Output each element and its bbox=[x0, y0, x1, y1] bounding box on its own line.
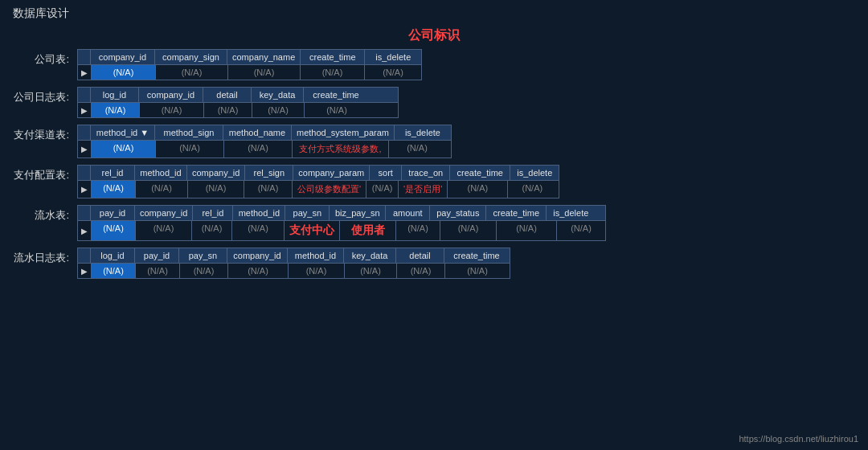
page-title: 数据库设计 bbox=[0, 0, 868, 27]
table-row-0: 公司表:company_idcompany_signcompany_namecr… bbox=[13, 49, 855, 80]
col-body-2-4: (N/A) bbox=[389, 141, 445, 158]
col-header-3-5: sort bbox=[370, 166, 402, 180]
arrow-body-1: ▶ bbox=[78, 103, 92, 117]
table-label-5: 流水日志表: bbox=[13, 248, 77, 265]
col-header-3-3: rel_sign bbox=[245, 166, 293, 180]
col-header-5-6: detail bbox=[396, 248, 444, 263]
col-body-1-4: (N/A) bbox=[305, 103, 369, 117]
col-header-0-2: company_name bbox=[227, 50, 301, 64]
col-header-0-4: is_delete bbox=[365, 50, 421, 64]
col-body-4-3: (N/A) bbox=[232, 221, 285, 240]
col-header-4-2: rel_id bbox=[193, 206, 233, 220]
col-header-5-4: method_id bbox=[288, 248, 344, 263]
col-body-1-0: (N/A) bbox=[92, 103, 140, 117]
arrow-body-4: ▶ bbox=[78, 221, 92, 240]
col-header-1-1: company_id bbox=[139, 88, 203, 102]
col-body-3-4: 公司级参数配置' bbox=[293, 181, 366, 198]
col-body-3-1: (N/A) bbox=[136, 181, 188, 198]
col-body-3-5: (N/A) bbox=[366, 181, 399, 198]
section-title: 公司标识 bbox=[13, 27, 855, 44]
col-body-0-2: (N/A) bbox=[228, 65, 301, 80]
col-header-4-7: pay_status bbox=[430, 206, 486, 220]
col-header-4-4: pay_sn bbox=[285, 206, 330, 220]
table-row-5: 流水日志表:log_idpay_idpay_sncompany_idmethod… bbox=[13, 248, 855, 279]
db-table-3: rel_idmethod_idcompany_idrel_signcompany… bbox=[77, 165, 559, 198]
db-table-5: log_idpay_idpay_sncompany_idmethod_idkey… bbox=[77, 248, 510, 279]
col-header-2-4: is_delete bbox=[395, 125, 451, 140]
col-body-1-2: (N/A) bbox=[204, 103, 252, 117]
table-label-0: 公司表: bbox=[13, 49, 77, 67]
col-body-4-8: (N/A) bbox=[497, 221, 557, 240]
arrow-header-4 bbox=[78, 206, 91, 220]
col-header-5-0: log_id bbox=[91, 248, 135, 263]
arrow-header-1 bbox=[78, 88, 91, 102]
arrow-body-5: ▶ bbox=[78, 264, 92, 278]
arrow-header-3 bbox=[78, 166, 91, 180]
col-body-5-1: (N/A) bbox=[136, 264, 180, 278]
arrow-header-0 bbox=[78, 50, 91, 64]
col-body-4-0: (N/A) bbox=[92, 221, 136, 240]
col-body-5-3: (N/A) bbox=[228, 264, 289, 278]
arrow-body-0: ▶ bbox=[78, 65, 92, 80]
col-body-2-0: (N/A) bbox=[92, 141, 156, 158]
col-header-2-3: method_system_param bbox=[292, 125, 395, 140]
col-body-1-1: (N/A) bbox=[140, 103, 204, 117]
col-body-0-0: (N/A) bbox=[92, 65, 156, 80]
col-header-5-7: create_time bbox=[444, 248, 509, 263]
col-header-4-5: biz_pay_sn bbox=[330, 206, 386, 220]
main-content: 公司标识 公司表:company_idcompany_signcompany_n… bbox=[0, 27, 868, 279]
col-body-3-7: (N/A) bbox=[448, 181, 508, 198]
table-row-1: 公司日志表:log_idcompany_iddetailkey_datacrea… bbox=[13, 87, 855, 118]
col-header-5-1: pay_id bbox=[135, 248, 179, 263]
db-table-1: log_idcompany_iddetailkey_datacreate_tim… bbox=[77, 87, 399, 118]
col-body-2-2: (N/A) bbox=[224, 141, 293, 158]
col-header-4-6: amount bbox=[386, 206, 430, 220]
col-header-4-1: company_id bbox=[135, 206, 193, 220]
col-body-5-5: (N/A) bbox=[345, 264, 397, 278]
arrow-header-2 bbox=[78, 125, 91, 140]
col-header-1-3: key_data bbox=[252, 88, 304, 102]
col-header-3-7: create_time bbox=[450, 166, 510, 180]
col-header-3-0: rel_id bbox=[91, 166, 135, 180]
col-body-3-2: (N/A) bbox=[188, 181, 244, 198]
col-body-3-0: (N/A) bbox=[92, 181, 136, 198]
db-table-4: pay_idcompany_idrel_idmethod_idpay_snbiz… bbox=[77, 205, 606, 241]
col-body-4-2: (N/A) bbox=[192, 221, 232, 240]
col-header-4-3: method_id bbox=[233, 206, 285, 220]
col-body-0-1: (N/A) bbox=[156, 65, 228, 80]
col-body-1-3: (N/A) bbox=[252, 103, 305, 117]
col-header-1-4: create_time bbox=[304, 88, 368, 102]
col-body-5-4: (N/A) bbox=[289, 264, 345, 278]
arrow-body-3: ▶ bbox=[78, 181, 92, 198]
col-body-0-4: (N/A) bbox=[365, 65, 421, 80]
table-row-4: 流水表:pay_idcompany_idrel_idmethod_idpay_s… bbox=[13, 205, 855, 241]
col-body-4-4: 支付中心 bbox=[285, 221, 340, 240]
col-body-4-6: (N/A) bbox=[396, 221, 440, 240]
col-header-3-8: is_delete bbox=[510, 166, 559, 180]
db-table-0: company_idcompany_signcompany_namecreate… bbox=[77, 49, 422, 80]
table-row-3: 支付配置表:rel_idmethod_idcompany_idrel_signc… bbox=[13, 165, 855, 198]
col-header-4-8: create_time bbox=[486, 206, 547, 220]
tables-container: 公司表:company_idcompany_signcompany_namecr… bbox=[13, 49, 855, 279]
col-body-4-5: 使用者 bbox=[340, 221, 396, 240]
col-header-4-9: is_delete bbox=[547, 206, 595, 220]
col-body-4-9: (N/A) bbox=[557, 221, 605, 240]
table-label-3: 支付配置表: bbox=[13, 165, 77, 182]
col-body-5-2: (N/A) bbox=[180, 264, 228, 278]
col-header-5-2: pay_sn bbox=[179, 248, 227, 263]
col-header-3-6: trace_on bbox=[402, 166, 450, 180]
table-label-1: 公司日志表: bbox=[13, 87, 77, 104]
col-header-1-2: detail bbox=[203, 88, 252, 102]
col-header-2-1: method_sign bbox=[155, 125, 223, 140]
col-header-5-3: company_id bbox=[227, 248, 288, 263]
db-table-2: method_id ▼method_signmethod_namemethod_… bbox=[77, 125, 452, 158]
col-header-0-3: create_time bbox=[301, 50, 365, 64]
col-header-3-1: method_id bbox=[135, 166, 187, 180]
table-label-4: 流水表: bbox=[13, 205, 77, 223]
table-label-2: 支付渠道表: bbox=[13, 125, 77, 142]
col-header-1-0: log_id bbox=[91, 88, 139, 102]
table-row-2: 支付渠道表:method_id ▼method_signmethod_namem… bbox=[13, 125, 855, 158]
col-body-2-1: (N/A) bbox=[156, 141, 224, 158]
col-body-3-3: (N/A) bbox=[244, 181, 293, 198]
col-header-0-1: company_sign bbox=[155, 50, 227, 64]
